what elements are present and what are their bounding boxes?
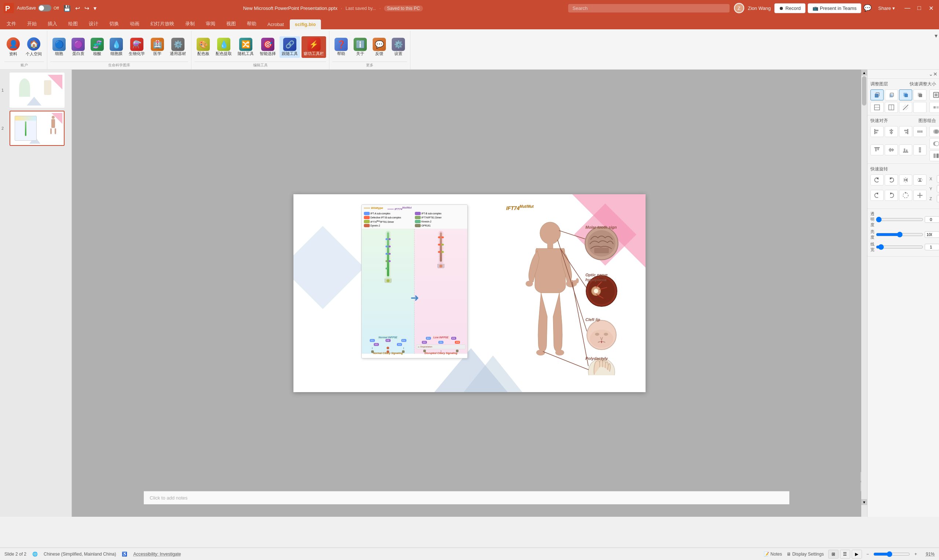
slide-1-thumbnail[interactable] [9,72,65,108]
tab-view[interactable]: 视图 [221,18,241,29]
settings-button[interactable]: ⚙️ 设置 [390,36,407,58]
layer-btn-c[interactable] [899,102,912,113]
quick-toolbar-button[interactable]: ⚡ 癖功工具栏 [302,36,326,58]
z-input[interactable] [937,195,939,202]
save-button[interactable]: 💾 [62,4,72,12]
cell-button[interactable]: 🔵 细胞 [50,36,68,58]
panel-collapse-button[interactable]: ⌄ [929,71,933,77]
undo-button[interactable]: ↩ [74,4,82,12]
bring-forward-button[interactable] [885,89,898,100]
vertical-scrollbar[interactable]: ▲ ▼ [861,70,867,517]
transparency-value[interactable] [925,216,939,223]
present-in-teams-button[interactable]: 📺 Present in Teams [808,3,861,13]
brightness-slider[interactable] [876,232,923,237]
linewidth-value[interactable] [925,244,939,250]
tab-scifig[interactable]: scifig.bio [290,19,321,29]
figure-box[interactable]: ═══ Wildtype ═══ IFT74Mut/Mut IFT-A sub-… [361,205,468,358]
bring-front-button[interactable] [870,89,883,100]
layer-btn-a[interactable] [870,102,883,113]
rotate-reset-button[interactable] [913,190,927,201]
tab-file[interactable]: 文件 [2,18,21,29]
send-back-button[interactable] [899,89,912,100]
tab-record[interactable]: 录制 [180,18,200,29]
more-button[interactable]: ▾ [92,4,98,12]
layer-btn-d[interactable] [913,102,927,113]
transparency-slider[interactable] [876,217,923,223]
color-extract-button[interactable]: 💧 配色提取 [213,36,234,58]
scroll-up-button[interactable]: ▲ [861,70,867,75]
tab-design[interactable]: 设计 [83,18,103,29]
tab-animations[interactable]: 动画 [125,18,145,29]
notes-area[interactable]: Click to add notes [144,491,789,504]
rotate-cw-90-button[interactable] [885,174,898,185]
tab-help[interactable]: 帮助 [242,18,262,29]
rotate-cw-15-button[interactable] [885,190,898,201]
panel-close-button[interactable]: ✕ [933,71,937,77]
rotate-ccw-15-button[interactable] [870,190,883,201]
scroll-down-button[interactable]: ▼ [861,499,867,505]
layer-btn-b[interactable] [885,102,898,113]
minimize-button[interactable]: — [902,3,913,13]
general-button[interactable]: ⚙️ 通用器材 [168,36,188,58]
redo-button[interactable]: ↪ [83,4,91,12]
random-tool-button[interactable]: 🔀 随机工具 [236,36,256,58]
rotate-ccw-90-button[interactable] [870,174,883,185]
human-figure-area[interactable]: IFT74Mut/Mut [477,205,631,373]
help-button[interactable]: ❓ 帮助 [332,36,350,58]
feedback-button[interactable]: 💬 反馈 [370,36,388,58]
align-top-button[interactable] [870,145,883,155]
tab-slideshow[interactable]: 幻灯片放映 [145,18,179,29]
account-profile-button[interactable]: 👤 资料 [5,36,22,58]
align-middle-button[interactable] [885,145,898,155]
membrane-button[interactable]: 💧 细胞膜 [108,36,125,58]
tab-home[interactable]: 开始 [22,18,42,29]
combine-union-button[interactable] [930,126,939,137]
notes-button[interactable]: 📝 Notes [764,552,782,557]
brightness-value[interactable] [925,231,939,238]
slideshow-view-button[interactable]: ▶ [852,550,862,558]
ribbon-collapse-button[interactable]: ▾ [934,32,937,39]
nucleic-button[interactable]: 🧬 核酸 [88,36,106,58]
align-center-button[interactable] [885,126,898,137]
biochem-button[interactable]: ⚗️ 生物化学 [126,36,147,58]
tab-insert[interactable]: 插入 [43,18,62,29]
accessibility-label[interactable]: Accessibility: Investigate [133,552,181,557]
medical-button[interactable]: 🏥 医学 [148,36,166,58]
zoom-plus-icon[interactable]: + [914,552,917,557]
align-distribute-v-button[interactable] [913,145,927,155]
record-button[interactable]: ⏺ Record [774,3,805,13]
rotate-free-button[interactable] [899,190,912,201]
comment-button[interactable]: 💬 [863,4,871,12]
slide-2-thumbnail[interactable] [9,111,65,146]
resize-full-button[interactable] [930,89,939,100]
maximize-button[interactable]: □ [914,3,924,13]
canvas-area[interactable]: ▲ ▼ ▲ ▼ ═══ Wildtype ═══ IF [72,70,867,517]
y-input[interactable] [937,185,939,192]
align-left-button[interactable] [870,126,883,137]
about-button[interactable]: ℹ️ 关于 [352,36,369,58]
tab-draw[interactable]: 绘图 [63,18,83,29]
tab-review[interactable]: 审阅 [200,18,220,29]
follow-tool-button[interactable]: 🔗 跟随工具 [279,36,300,58]
tab-acrobat[interactable]: Acrobat [262,19,289,29]
color-palette-button[interactable]: 🎨 配色板 [194,36,212,58]
x-input[interactable] [937,175,939,183]
linewidth-slider[interactable] [876,244,923,250]
tab-transitions[interactable]: 切换 [104,18,124,29]
zoom-slider[interactable] [873,551,910,557]
zoom-value[interactable]: 91% [921,552,934,557]
flip-v-button[interactable] [913,174,927,185]
protein-button[interactable]: 🟣 蛋白质 [69,36,87,58]
display-settings-button[interactable]: 🖥 Display Settings [786,552,824,557]
share-button[interactable]: Share ▾ [874,4,899,13]
smart-select-button[interactable]: 🎯 智能选择 [257,36,278,58]
combine-split-button[interactable] [930,150,939,161]
slide-canvas[interactable]: ═══ Wildtype ═══ IFT74Mut/Mut IFT-A sub-… [293,194,646,392]
normal-view-button[interactable]: ⊞ [828,550,839,558]
combine-subtract-button[interactable] [930,138,939,149]
flip-h-button[interactable] [899,174,912,185]
scroll-thumb[interactable] [862,76,867,106]
resize-btn-e[interactable] [930,102,939,113]
zoom-minus-icon[interactable]: − [867,552,869,557]
search-input[interactable] [568,4,729,12]
